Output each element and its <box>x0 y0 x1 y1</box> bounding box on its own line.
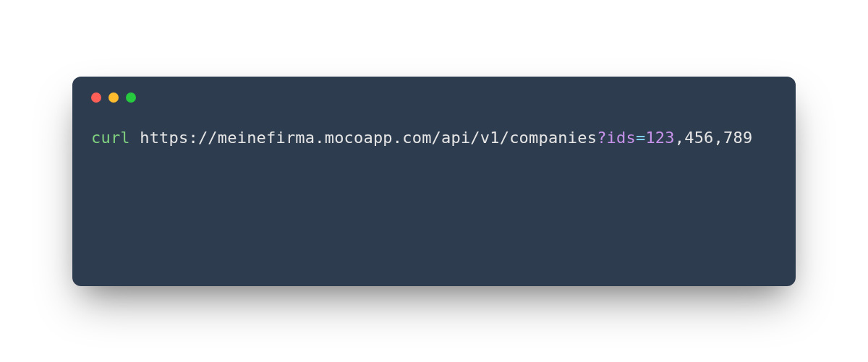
close-icon[interactable] <box>91 92 101 103</box>
minimize-icon[interactable] <box>109 92 119 103</box>
query-qmark: ? <box>597 129 606 147</box>
command-token: curl <box>91 129 130 147</box>
query-param: ids <box>607 129 636 147</box>
terminal-window: curl https://meinefirma.mocoapp.com/api/… <box>72 77 796 286</box>
query-eq: = <box>636 129 645 147</box>
space <box>130 129 140 147</box>
comma-2: , <box>714 129 723 147</box>
window-traffic-lights <box>91 92 777 103</box>
query-val-3: 789 <box>723 129 752 147</box>
url-token: https://meinefirma.mocoapp.com/api/v1/co… <box>140 129 597 147</box>
query-val-1: 123 <box>645 129 674 147</box>
query-val-2: 456 <box>684 129 713 147</box>
code-line: curl https://meinefirma.mocoapp.com/api/… <box>91 126 777 150</box>
maximize-icon[interactable] <box>126 92 136 103</box>
comma-1: , <box>675 129 684 147</box>
